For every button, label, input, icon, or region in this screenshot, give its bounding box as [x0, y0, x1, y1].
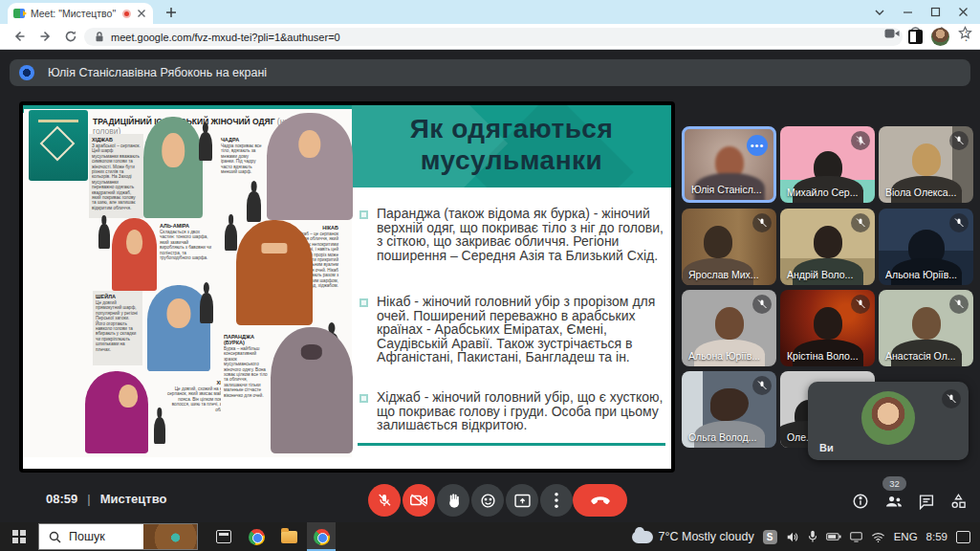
- window-close-icon[interactable]: [958, 7, 969, 17]
- start-button[interactable]: [0, 522, 38, 551]
- slide: Як одягаються мусульманки Паранджа (тако…: [23, 105, 671, 469]
- wifi-icon[interactable]: [871, 532, 885, 542]
- activities-icon[interactable]: [947, 490, 969, 513]
- mic-muted-icon: [851, 295, 870, 314]
- participant-tile[interactable]: Андрій Воло...: [780, 209, 875, 285]
- task-view-button[interactable]: [209, 522, 238, 551]
- participant-tile[interactable]: Ольга Волод...: [682, 371, 776, 448]
- mic-muted-icon: [752, 295, 772, 314]
- browser-tab[interactable]: Meet: "Мистецтво": [8, 3, 153, 24]
- camera-toggle-button[interactable]: [403, 484, 435, 517]
- slide-divider: [358, 443, 665, 446]
- participant-name: Юлія Станісл...: [691, 184, 762, 195]
- mic-muted-icon: [851, 213, 870, 232]
- self-view-tile[interactable]: Ви: [808, 382, 969, 460]
- chadra-figure: [267, 113, 353, 220]
- tile-options-icon[interactable]: •••: [747, 135, 768, 156]
- screen-share-icon: [19, 65, 34, 80]
- participant-tile[interactable]: Михайло Сер...: [780, 126, 875, 203]
- burqa-figure: [271, 327, 353, 453]
- garment-card-shayla: ШЕЙЛА Це довгий прямокутний шарф, популя…: [93, 291, 142, 365]
- participant-name: Віола Олекса...: [885, 187, 956, 198]
- search-doodle-image: [143, 524, 197, 550]
- language-indicator[interactable]: ENG: [894, 531, 918, 542]
- battery-icon[interactable]: [826, 532, 841, 541]
- self-avatar: [861, 391, 915, 445]
- skype-tray-icon[interactable]: S: [763, 530, 777, 544]
- back-button[interactable]: [11, 29, 29, 46]
- browser-tab-strip: Meet: "Мистецтво": [0, 0, 980, 24]
- more-options-button[interactable]: [540, 484, 573, 517]
- participant-name: Альона Юріїв...: [885, 269, 957, 280]
- slide-bullet: Паранджа (також відома як бурка) - жіноч…: [359, 207, 664, 262]
- microphone-tray-icon[interactable]: [808, 530, 817, 543]
- window-menu-chevron-icon[interactable]: [874, 9, 885, 16]
- garment-mini-icon: [98, 224, 110, 249]
- browser-menu-icon[interactable]: ⋮: [960, 28, 971, 45]
- volume-icon[interactable]: [786, 531, 799, 543]
- participant-name: Андрій Воло...: [787, 269, 853, 280]
- windows-taskbar: Пошук 7°C Mostly cloudy S ENG 8:59: [0, 522, 980, 551]
- participant-name: Ольга Волод...: [688, 431, 756, 443]
- participant-tile[interactable]: Альона Юріїв...: [682, 290, 776, 366]
- raise-hand-button[interactable]: [437, 484, 469, 517]
- participant-tile[interactable]: Крістіна Воло...: [780, 290, 875, 366]
- participant-name: Крістіна Воло...: [787, 350, 859, 362]
- presenting-banner: Юлія Станіславівна Рябоконь на екрані: [10, 59, 970, 86]
- taskbar-weather[interactable]: 7°C Mostly cloudy: [632, 530, 754, 543]
- meeting-details-icon[interactable]: [849, 490, 872, 513]
- lock-icon: [94, 31, 105, 43]
- notification-center-icon[interactable]: [956, 531, 970, 543]
- camera-allowed-icon[interactable]: [884, 28, 900, 39]
- window-maximize-icon[interactable]: [930, 7, 941, 17]
- meeting-name: Мистецтво: [100, 492, 167, 506]
- meeting-info: 08:59 | Мистецтво: [46, 492, 166, 506]
- chat-panel-icon[interactable]: [915, 490, 938, 513]
- participants-panel-icon[interactable]: [882, 490, 905, 513]
- taskbar-search[interactable]: Пошук: [38, 523, 198, 550]
- clock-text: 08:59: [46, 492, 77, 506]
- participant-tile[interactable]: Ярослав Мих...: [682, 209, 776, 285]
- present-screen-button[interactable]: [506, 484, 538, 517]
- emoji-reaction-button[interactable]: [471, 484, 504, 517]
- search-icon: [49, 531, 61, 543]
- browser-navbar: meet.google.com/fvz-mxud-tei?pli=1&authu…: [0, 24, 980, 50]
- garment-mini-icon: [199, 132, 212, 161]
- profile-avatar[interactable]: [931, 28, 949, 46]
- participant-tile[interactable]: ••• Юлія Станісл...: [682, 126, 776, 203]
- mic-toggle-button[interactable]: [368, 484, 401, 517]
- meet-favicon: [13, 9, 25, 18]
- new-tab-button[interactable]: [164, 6, 178, 19]
- presentation-stage[interactable]: Як одягаються мусульманки Паранджа (тако…: [19, 101, 675, 473]
- search-placeholder: Пошук: [69, 530, 105, 543]
- participant-tile[interactable]: Альона Юріїв...: [879, 209, 973, 285]
- file-explorer-icon[interactable]: [274, 522, 303, 551]
- bullet-marker-icon: [359, 298, 368, 307]
- desktop-screen: { "colors": {"teal":"#149a8b","red":"#ea…: [0, 0, 980, 551]
- garment-mini-icon: [247, 191, 261, 222]
- display-tray-icon[interactable]: [850, 531, 862, 542]
- weather-cloud-icon: [632, 531, 653, 543]
- hijab-figure: [143, 117, 203, 218]
- meet-app: Юлія Станіславівна Рябоконь на екрані Як…: [0, 50, 980, 522]
- extension-icon[interactable]: [908, 30, 923, 44]
- slide-bullet: Хіджаб - жіночий головний убір, що є хус…: [359, 390, 664, 432]
- reload-button[interactable]: [63, 29, 80, 46]
- forward-button[interactable]: [38, 29, 55, 46]
- recording-indicator-icon: [122, 10, 131, 18]
- address-bar[interactable]: meet.google.com/fvz-mxud-tei?pli=1&authu…: [84, 28, 903, 46]
- university-logo: [29, 110, 88, 181]
- taskbar-chrome-icon[interactable]: [242, 522, 271, 551]
- mic-muted-icon: [752, 213, 772, 232]
- mic-muted-icon: [851, 131, 870, 150]
- slide-title: Як одягаються мусульманки: [358, 113, 665, 176]
- end-call-button[interactable]: [573, 484, 627, 517]
- window-minimize-icon[interactable]: [903, 7, 913, 17]
- taskbar-chrome-active-icon[interactable]: [307, 522, 336, 551]
- participant-tile[interactable]: Віола Олекса...: [879, 126, 973, 203]
- participant-tile[interactable]: Анастасія Ол...: [879, 290, 973, 366]
- tab-close-icon[interactable]: [136, 8, 147, 19]
- participant-name: Михайло Сер...: [787, 187, 858, 198]
- window-controls: [874, 0, 980, 24]
- taskbar-clock[interactable]: 8:59: [926, 531, 947, 542]
